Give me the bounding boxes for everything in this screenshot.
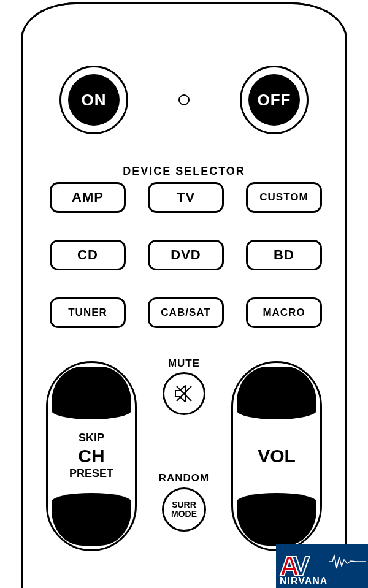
volume-label: VOL [258, 445, 296, 467]
device-dvd-button[interactable]: DVD [148, 240, 224, 270]
device-custom-button[interactable]: CUSTOM [246, 182, 322, 213]
remote-body: ON OFF DEVICE SELECTOR AMP TV CUSTOM CD … [21, 2, 347, 588]
device-amp-button[interactable]: AMP [50, 182, 126, 213]
mute-button[interactable] [163, 372, 205, 415]
watermark-text: NIRVANA [280, 576, 328, 587]
device-selector-grid: AMP TV CUSTOM CD DVD BD TUNER CAB/SAT MA… [50, 182, 322, 328]
on-button[interactable]: ON [59, 66, 128, 134]
device-cd-button[interactable]: CD [50, 240, 126, 270]
volume-down-button[interactable] [237, 493, 316, 546]
volume-up-button[interactable] [237, 367, 316, 419]
channel-label-ch: CH [78, 445, 104, 467]
device-tv-button[interactable]: TV [148, 182, 224, 213]
channel-up-button[interactable] [52, 367, 131, 419]
device-selector-title: DEVICE SELECTOR [23, 165, 345, 178]
off-button[interactable]: OFF [240, 66, 309, 134]
volume-rocker: VOL [231, 361, 322, 551]
off-button-label: OFF [248, 74, 300, 126]
ir-led-indicator [178, 94, 190, 105]
device-bd-button[interactable]: BD [246, 240, 322, 270]
channel-label-preset: PRESET [69, 467, 113, 481]
channel-down-button[interactable] [52, 493, 131, 546]
device-tuner-button[interactable]: TUNER [50, 297, 126, 328]
channel-label-skip: SKIP [79, 432, 104, 445]
device-cabsat-button[interactable]: CAB/SAT [148, 297, 224, 328]
soundwave-icon [329, 552, 366, 571]
device-macro-button[interactable]: MACRO [246, 297, 322, 328]
on-button-label: ON [68, 74, 120, 126]
channel-rocker: SKIP CH PRESET [46, 361, 137, 551]
mute-icon [173, 383, 195, 405]
surr-mode-button[interactable]: SURR MODE [162, 487, 206, 532]
watermark-logo: A V NIRVANA [276, 544, 368, 588]
power-row: ON OFF [23, 66, 345, 134]
